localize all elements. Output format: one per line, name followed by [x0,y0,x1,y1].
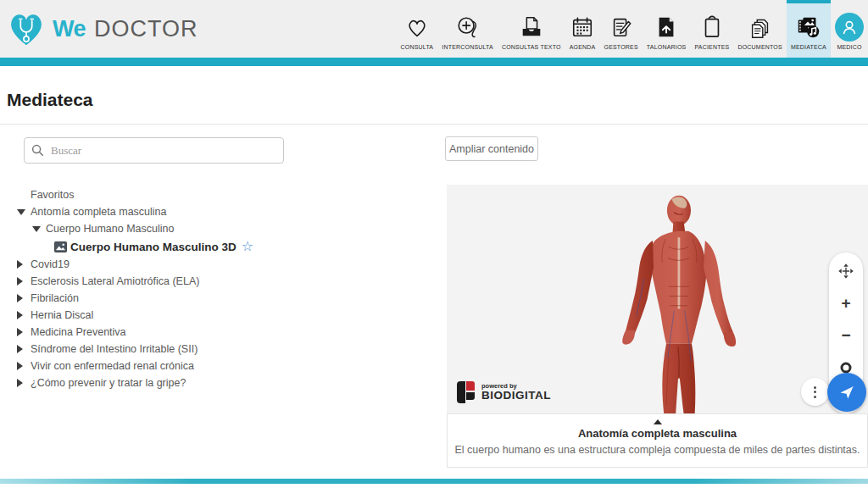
tree-item-sii[interactable]: Síndrome del Intestino Irritable (SII) [17,341,424,358]
tree-item-label[interactable]: Antomía completa masculina [31,206,167,218]
nav-item-consultas-texto[interactable]: CONSULTAS TEXTO [498,0,565,58]
app-window: We DOCTOR CONSULTA INTERCONSULTA [0,0,868,488]
media-library-icon [795,14,822,41]
caption-expand-caret-icon[interactable] [654,419,662,424]
expand-triangle-icon[interactable] [17,328,31,336]
nav-item-label: GESTORES [604,44,637,50]
anatomy-3d-viewer[interactable]: powered by BIODIGITAL + − [447,185,868,413]
document-upload-icon [654,14,678,41]
tree-item-antomia-completa[interactable]: Antomía completa masculina [17,203,424,220]
tree-item-label[interactable]: Hernia Discal [31,309,93,321]
search-icon [31,144,44,157]
caption-description: El cuerpo humano es una estructura compl… [448,444,867,456]
footer-accent-bar [0,479,868,484]
tree-item-label[interactable]: Síndrome del Intestino Irritable (SII) [31,343,198,355]
app-header: We DOCTOR CONSULTA INTERCONSULTA [0,0,868,58]
expand-triangle-icon[interactable] [17,277,31,286]
nav-item-documentos[interactable]: DOCUMENTOS [733,0,786,58]
tree-item-label[interactable]: Cuerpo Humano Masculino 3D [70,241,236,253]
expand-content-button[interactable]: Ampliar contenido [445,136,538,161]
tree-item-renal-cronica[interactable]: Vivir con enfermedad renal crónica [17,358,424,374]
nav-item-label: CONSULTAS TEXTO [502,44,561,50]
expand-triangle-icon[interactable] [17,362,31,370]
expand-triangle-icon[interactable] [17,260,31,269]
nav-item-medico[interactable]: MEDICO [831,0,868,58]
nav-item-label: CONSULTA [401,44,434,50]
tree-item-gripe[interactable]: ¿Cómo prevenir y tratar la gripe? [17,374,424,391]
tree-item-label[interactable]: Cuerpo Humano Masculino [46,223,174,235]
search-box[interactable] [24,137,284,164]
page-title: Mediateca [7,90,93,110]
paper-plane-icon [838,384,855,401]
nav-item-label: MEDICO [837,44,861,50]
image-thumbnail-icon [54,241,67,252]
nav-item-label: AGENDA [570,44,596,50]
biodigital-mark-icon [457,381,476,403]
caption-title: Anatomía completa masculina [448,427,867,440]
nav-item-label: PACIENTES [694,44,729,50]
nav-item-label: DOCUMENTOS [737,44,782,50]
favorite-star-icon[interactable]: ☆ [242,240,253,253]
tree-item-label[interactable]: Covid19 [31,258,70,270]
nav-item-gestores[interactable]: GESTORES [599,0,642,58]
tree-item-label[interactable]: Vivir con enfermedad renal crónica [31,360,194,372]
brand-we-text: We [53,16,86,42]
tree-item-covid19[interactable]: Covid19 [17,256,424,273]
zoom-out-button[interactable]: − [836,325,856,346]
tree-item-favoritos[interactable]: Favoritos [17,186,424,203]
nav-item-interconsulta[interactable]: INTERCONSULTA [437,0,498,58]
header-accent-bar [0,58,868,66]
nav-item-mediateca[interactable]: MEDIATECA [787,0,831,58]
nav-item-label: MEDIATECA [791,44,826,50]
documents-stack-icon [748,14,773,41]
search-input[interactable] [51,144,276,158]
tree-item-cuerpo-humano[interactable]: Cuerpo Humano Masculino [17,220,424,237]
heart-icon [405,14,429,41]
brand-logo[interactable]: We DOCTOR [0,9,198,48]
viewer-caption-panel: Anatomía completa masculina El cuerpo hu… [447,413,868,468]
clipboard-icon [700,14,724,41]
inbox-document-icon [519,14,544,41]
nav-item-consulta[interactable]: CONSULTA [397,0,438,58]
title-divider [0,124,868,125]
heart-stethoscope-logo-icon [7,9,46,48]
expand-triangle-icon[interactable] [17,345,31,353]
tree-item-hernia-discal[interactable]: Hernia Discal [17,307,424,324]
pan-tool-button[interactable] [836,261,856,281]
more-options-button[interactable] [801,378,829,406]
clipboard-pencil-icon [609,14,633,41]
brand-doctor-text: DOCTOR [94,16,198,42]
tree-item-label[interactable]: ¿Cómo prevenir y tratar la gripe? [31,377,186,389]
bubble-plus-stethoscope-icon [455,14,481,41]
tree-item-label[interactable]: Fibrilación [31,292,79,304]
share-navigate-button[interactable] [827,373,866,412]
tree-item-cuerpo-humano-3d[interactable]: Cuerpo Humano Masculino 3D ☆ [17,237,424,256]
nav-item-talonarios[interactable]: TALONARIOS [643,0,691,58]
tree-item-label[interactable]: Esclerosis Lateral Amiotrófica (ELA) [31,275,199,287]
expand-triangle-icon[interactable] [17,311,31,319]
biodigital-logo: powered by BIODIGITAL [457,381,551,403]
biodigital-name-text: BIODIGITAL [481,390,551,402]
user-avatar-icon [835,14,864,41]
collapse-triangle-icon[interactable] [17,209,31,215]
tree-item-label[interactable]: Favoritos [31,189,74,201]
tree-item-fibrilacion[interactable]: Fibrilación [17,290,424,307]
anatomy-3d-model[interactable] [581,191,776,413]
zoom-in-button[interactable]: + [836,293,856,313]
main-navigation: CONSULTA INTERCONSULTA [397,0,868,58]
nav-item-agenda[interactable]: AGENDA [565,0,600,58]
tree-item-ela[interactable]: Esclerosis Lateral Amiotrófica (ELA) [17,273,424,290]
expand-triangle-icon[interactable] [17,294,31,302]
nav-item-pacientes[interactable]: PACIENTES [690,0,733,58]
media-tree: Favoritos Antomía completa masculina Cue… [17,186,424,391]
calendar-icon [570,14,594,41]
nav-item-label: INTERCONSULTA [442,44,493,50]
tree-item-label[interactable]: Medicina Preventiva [31,326,126,338]
expand-triangle-icon[interactable] [17,379,31,387]
nav-item-label: TALONARIOS [647,44,687,50]
tree-item-medicina-preventiva[interactable]: Medicina Preventiva [17,324,424,341]
collapse-triangle-icon[interactable] [32,226,46,232]
